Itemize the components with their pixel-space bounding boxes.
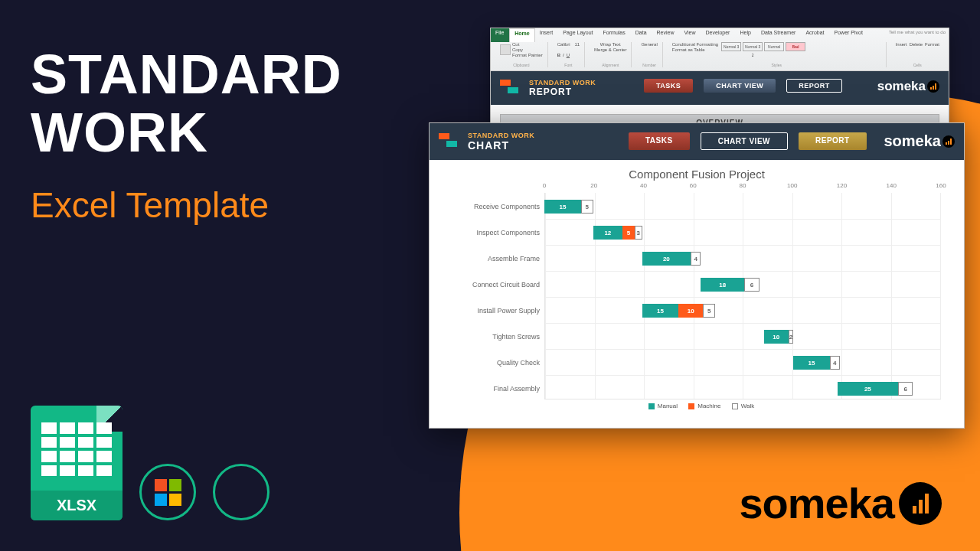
bold-button[interactable]: B (557, 53, 560, 57)
template-logo-icon (439, 133, 460, 150)
wrap-text-button[interactable]: Wrap Text (600, 42, 621, 47)
italic-button[interactable]: I (563, 53, 564, 57)
ribbon-body: CutCopyFormat Painter Clipboard Calibri … (495, 42, 944, 67)
tab-data[interactable]: Data (631, 28, 652, 42)
report-header: STANDARD WORK REPORT TASKS CHART VIEW RE… (491, 71, 949, 105)
bar-segment-manual: 25 (838, 382, 899, 396)
excel-ribbon: File Home Insert Page Layout Formulas Da… (491, 28, 949, 71)
bar-segment-machine: 10 (678, 304, 703, 318)
tell-me[interactable]: Tell me what you want to do (889, 30, 946, 34)
brand-mini-icon (927, 80, 939, 93)
tab-formulas[interactable]: Formulas (599, 28, 631, 42)
bar-segment-walk: 4 (691, 252, 701, 266)
group-font: Calibri 11 BIU Font (553, 42, 585, 67)
x-tick: 60 (690, 182, 697, 189)
windows-icon (155, 479, 181, 506)
tasks-button[interactable]: TASKS (629, 132, 690, 150)
xlsx-file-icon: XLSX (31, 406, 122, 520)
bar-segment-walk: 2 (789, 330, 793, 344)
legend-manual: Manual (658, 403, 678, 409)
style-bad[interactable]: Bad (786, 42, 805, 51)
bar-segment-manual: 20 (642, 252, 691, 266)
excel-window-chart: STANDARD WORK CHART TASKS CHART VIEW REP… (429, 122, 965, 429)
bar-track: 186 (544, 278, 935, 292)
x-tick: 0 (543, 182, 546, 189)
tab-help[interactable]: Help (735, 28, 756, 42)
style-normal3[interactable]: Normal 3 (721, 42, 741, 51)
format-painter-button[interactable]: Format Painter (512, 53, 543, 57)
task-row: Inspect Components1253 (445, 220, 935, 246)
delete-cells-button[interactable]: Delete (910, 42, 923, 47)
format-cells-button[interactable]: Format (925, 42, 939, 47)
report-button[interactable]: REPORT (799, 132, 867, 150)
bar-segment-manual: 15 (793, 356, 830, 370)
tab-page-layout[interactable]: Page Layout (558, 28, 598, 42)
styles-label: Styles (672, 63, 881, 67)
bar-segment-machine: 5 (622, 226, 635, 240)
paste-icon[interactable] (500, 44, 511, 55)
font-size[interactable]: 11 (574, 42, 580, 47)
brand-logo: someka (739, 478, 942, 528)
task-label: Receive Components (445, 203, 544, 210)
group-cells: InsertDeleteFormat Cells (891, 42, 944, 67)
platform-badges: XLSX (31, 406, 270, 520)
chart-rows: Receive Components155Inspect Components1… (445, 194, 935, 402)
title-line-2: WORK (31, 104, 342, 162)
someka-brand-header: someka (884, 132, 956, 150)
x-axis: 020406080100120140160 (544, 182, 941, 193)
cut-button[interactable]: Cut (512, 42, 543, 47)
font-label: Font (557, 63, 580, 67)
x-tick: 40 (640, 182, 647, 189)
chart-view-button[interactable]: CHART VIEW (704, 79, 776, 93)
bar-track: 15105 (544, 304, 935, 318)
insert-cells-button[interactable]: Insert (896, 42, 907, 47)
brand-chart-icon (899, 482, 942, 525)
format-as-table-button[interactable]: Format as Table (672, 47, 718, 52)
x-tick: 80 (740, 182, 746, 189)
alignment-label: Alignment (594, 63, 626, 67)
tab-acrobat[interactable]: Acrobat (801, 28, 829, 42)
legend-machine: Machine (697, 403, 720, 409)
tab-review[interactable]: Review (652, 28, 680, 42)
tab-developer[interactable]: Developer (701, 28, 736, 42)
group-styles: Conditional Formatting Format as Table N… (668, 42, 887, 67)
bar-segment-walk: 6 (744, 278, 759, 292)
page-title: REPORT (529, 86, 596, 97)
tab-file[interactable]: File (491, 28, 509, 42)
chart-title: Component Fusion Project (445, 168, 949, 181)
hero-title-block: STANDARD WORK Excel Template (31, 46, 342, 226)
task-row: Assemble Frame204 (445, 246, 935, 272)
tab-view[interactable]: View (680, 28, 701, 42)
merge-center-button[interactable]: Merge & Center (594, 47, 626, 52)
product-title: STANDARD WORK (529, 79, 596, 86)
task-label: Final Assembly (445, 385, 544, 393)
legend-walk: Walk (741, 403, 754, 409)
tab-power-pivot[interactable]: Power Pivot (830, 28, 868, 42)
chart-view-button[interactable]: CHART VIEW (701, 132, 788, 150)
font-name[interactable]: Calibri (557, 42, 570, 47)
tasks-button[interactable]: TASKS (644, 79, 693, 93)
title-line-1: STANDARD (31, 46, 342, 104)
conditional-formatting-button[interactable]: Conditional Formatting (672, 42, 718, 47)
report-button[interactable]: REPORT (786, 79, 842, 93)
copy-button[interactable]: Copy (512, 47, 543, 52)
tab-data-streamer[interactable]: Data Streamer (756, 28, 802, 42)
tab-insert[interactable]: Insert (535, 28, 559, 42)
cell-styles-gallery[interactable]: Normal 3 Normal 3 2 Normal Bad (721, 42, 805, 51)
chart-legend: Manual Machine Walk (445, 403, 949, 409)
tab-home[interactable]: Home (509, 28, 534, 42)
task-label: Assemble Frame (445, 255, 544, 262)
underline-button[interactable]: U (567, 53, 570, 57)
style-normal32[interactable]: Normal 3 2 (743, 42, 763, 51)
number-format[interactable]: General (641, 42, 657, 47)
x-tick: 160 (936, 182, 946, 189)
group-alignment: Wrap TextMerge & Center Alignment (590, 42, 632, 67)
x-tick: 100 (787, 182, 797, 189)
task-row: Quality Check154 (445, 350, 935, 376)
x-tick: 140 (887, 182, 897, 189)
apple-badge (213, 464, 270, 520)
bar-segment-walk: 3 (635, 226, 642, 240)
bar-segment-manual: 15 (544, 200, 581, 214)
style-normal[interactable]: Normal (764, 42, 784, 51)
x-tick: 120 (837, 182, 847, 189)
